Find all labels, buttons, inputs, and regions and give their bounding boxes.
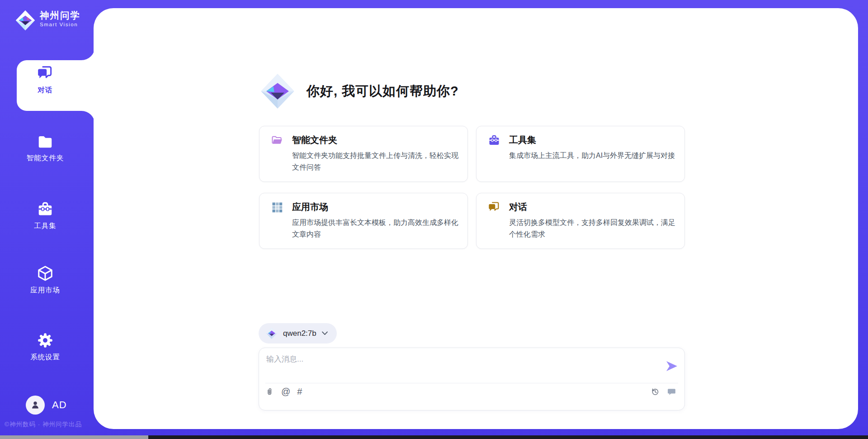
folder-icon	[37, 133, 54, 150]
at-icon[interactable]: @	[281, 387, 290, 396]
card-chat[interactable]: 对话 灵活切换多模型文件，支持多样回复效果调试，满足个性化需求	[476, 193, 685, 249]
app-root: 神州问学 Smart Vision 对话 智能文件夹	[0, 0, 868, 439]
card-title: 应用市场	[292, 201, 328, 213]
card-smart-folder[interactable]: 智能文件夹 智能文件夹功能支持批量文件上传与清洗，轻松实现文件问答	[259, 126, 468, 182]
gear-icon	[37, 332, 54, 349]
sidebar-item-smart-folder[interactable]: 智能文件夹	[0, 133, 90, 163]
card-title: 工具集	[509, 134, 536, 146]
brand: 神州问学 Smart Vision	[15, 10, 80, 31]
chevron-down-icon	[322, 331, 328, 335]
feature-cards: 智能文件夹 智能文件夹功能支持批量文件上传与清洗，轻松实现文件问答 工具集 集成…	[259, 126, 685, 249]
brand-subtitle: Smart Vision	[40, 22, 80, 27]
cube-icon	[37, 265, 54, 282]
paperclip-icon[interactable]	[265, 387, 274, 396]
user-profile[interactable]: AD	[26, 396, 67, 415]
sidebar-item-label: 对话	[38, 86, 53, 95]
toolbox-icon	[37, 200, 54, 218]
folder-open-icon	[271, 134, 283, 147]
history-icon[interactable]	[650, 387, 660, 396]
composer-toolbar-right	[650, 387, 676, 396]
card-title: 对话	[509, 201, 527, 213]
diamond-logo-icon	[259, 72, 296, 110]
horizontal-scrollbar-thumb[interactable]	[0, 435, 148, 439]
card-title: 智能文件夹	[292, 134, 337, 146]
diamond-logo-icon	[266, 327, 278, 339]
sidebar-item-settings[interactable]: 系统设置	[0, 332, 90, 362]
send-icon[interactable]	[666, 360, 678, 372]
card-description: 灵活切换多模型文件，支持多样回复效果调试，满足个性化需求	[509, 217, 680, 240]
card-description: 集成市场上主流工具，助力AI与外界无缝扩展与对接	[509, 150, 680, 162]
message-composer: @ #	[259, 348, 685, 410]
toolbox-icon	[488, 134, 500, 147]
copyright-footer: ©神州数码 · 神州问学出品	[5, 420, 82, 429]
sidebar-item-label: 应用市场	[30, 286, 60, 295]
horizontal-scrollbar-track	[0, 435, 868, 439]
card-toolbox[interactable]: 工具集 集成市场上主流工具，助力AI与外界无缝扩展与对接	[476, 126, 685, 182]
greeting-title: 你好, 我可以如何帮助你?	[307, 82, 459, 100]
brand-text: 神州问学 Smart Vision	[40, 10, 80, 27]
composer-toolbar: @ #	[265, 387, 302, 396]
hash-icon[interactable]: #	[297, 387, 302, 396]
sidebar-item-label: 系统设置	[30, 353, 60, 362]
user-name: AD	[52, 399, 67, 411]
brand-name: 神州问学	[40, 10, 80, 21]
person-icon	[30, 400, 41, 410]
model-selector[interactable]: qwen2:7b	[259, 323, 337, 344]
sidebar-item-app-market[interactable]: 应用市场	[0, 265, 90, 295]
card-description: 智能文件夹功能支持批量文件上传与清洗，轻松实现文件问答	[292, 150, 463, 173]
composer-divider	[265, 383, 678, 383]
sidebar-item-label: 工具集	[34, 221, 57, 231]
grid-icon	[271, 201, 283, 214]
sidebar-item-chat[interactable]: 对话	[0, 65, 90, 95]
chat-filled-icon[interactable]	[667, 387, 676, 396]
model-name: qwen2:7b	[283, 329, 316, 338]
sidebar-item-toolbox[interactable]: 工具集	[0, 200, 90, 231]
sidebar-item-label: 智能文件夹	[27, 153, 64, 163]
chat-icon	[488, 201, 500, 214]
card-description: 应用市场提供丰富长文本模板，助力高效生成多样化文章内容	[292, 217, 463, 240]
card-app-market[interactable]: 应用市场 应用市场提供丰富长文本模板，助力高效生成多样化文章内容	[259, 193, 468, 249]
greeting: 你好, 我可以如何帮助你?	[259, 72, 459, 110]
brand-logo-icon	[15, 10, 36, 31]
message-input[interactable]	[266, 354, 655, 380]
avatar	[26, 396, 45, 415]
chat-icon	[37, 65, 54, 82]
